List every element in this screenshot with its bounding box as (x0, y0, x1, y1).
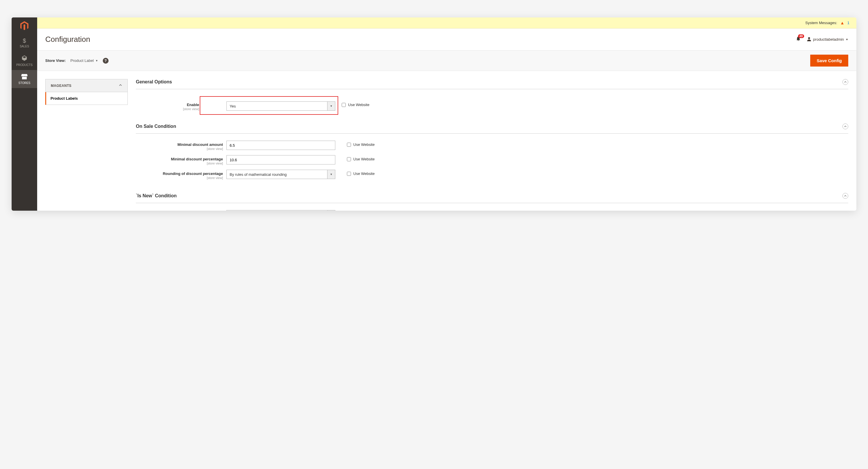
sidebar-item-products[interactable]: PRODUCTS (11, 52, 37, 70)
section-head-general[interactable]: General Options (136, 79, 848, 89)
user-icon (807, 37, 811, 42)
app-frame: $ SALES PRODUCTS STORES System Messages:… (11, 18, 857, 211)
magento-logo[interactable] (11, 18, 37, 34)
toolbar-left: Store View: Product Label ▼ ? (45, 58, 108, 64)
system-messages-label: System Messages: (805, 21, 837, 25)
dropdown-caret-icon: ▼ (327, 170, 335, 179)
section-on-sale-condition: On Sale Condition Minimal discount amoun… (136, 123, 848, 187)
use-website-use-dates[interactable]: Use Website (339, 210, 374, 211)
nav-section-mageants[interactable]: MAGEANTS (45, 79, 128, 92)
content-area: MAGEANTS Product Labels General Options (37, 71, 857, 211)
form-area: General Options Enable [store view] (136, 79, 848, 203)
field-scope: [store view] (136, 176, 223, 180)
collapse-icon (842, 79, 848, 85)
field-label-enable: Enable (187, 102, 199, 107)
use-website-label: Use Website (348, 102, 369, 107)
section-general-options: General Options Enable [store view] (136, 79, 848, 118)
sidebar-item-stores[interactable]: STORES (11, 70, 37, 88)
section-body: Use `New from Date` and `New to Date` [s… (136, 203, 848, 211)
field-scope: [store view] (136, 147, 223, 150)
dropdown-caret-icon: ▼ (327, 101, 335, 111)
select-value: Yes (226, 210, 327, 211)
nav-item-label: Product Labels (51, 96, 78, 100)
use-website-enable[interactable]: Use Website (339, 96, 369, 107)
field-control-enable: Yes ▼ (226, 101, 335, 111)
sidebar-item-label: PRODUCTS (16, 63, 32, 66)
notifications-button[interactable]: 49 (796, 36, 801, 43)
system-messages-count[interactable]: 1 (847, 21, 849, 25)
use-website-checkbox[interactable] (347, 157, 351, 161)
help-icon[interactable]: ? (103, 58, 108, 64)
notification-badge: 49 (798, 34, 804, 38)
use-website-rounding[interactable]: Use Website (339, 170, 374, 176)
user-menu[interactable]: productlabeladmin ▼ (807, 37, 848, 42)
dropdown-caret-icon: ▼ (327, 210, 335, 211)
chevron-up-icon (119, 83, 122, 88)
main-area: System Messages: ▲ 1 Configuration 49 pr… (37, 18, 857, 211)
min-discount-amount-input[interactable] (226, 141, 335, 150)
svg-point-0 (808, 37, 810, 39)
use-dates-select[interactable]: Yes ▼ (226, 210, 335, 211)
use-website-checkbox[interactable] (347, 143, 351, 147)
dollar-icon: $ (23, 38, 26, 43)
magento-logo-icon (20, 21, 28, 30)
store-view-label: Store View: (45, 58, 66, 63)
sidebar-item-sales[interactable]: $ SALES (11, 34, 37, 52)
min-discount-percent-input[interactable] (226, 155, 335, 165)
use-website-label: Use Website (353, 157, 374, 161)
section-is-new-condition: `Is New` Condition Use `New from Date` a… (136, 193, 848, 211)
section-body: Minimal discount amount [store view] Use… (136, 134, 848, 187)
store-view-value: Product Label (70, 58, 94, 63)
store-icon (21, 74, 28, 80)
admin-sidebar: $ SALES PRODUCTS STORES (11, 18, 37, 211)
use-website-min-percent[interactable]: Use Website (339, 155, 374, 161)
field-label: Rounding of discount percentage (163, 171, 223, 176)
user-name: productlabeladmin (813, 37, 844, 41)
highlight-box: Yes ▼ (200, 96, 338, 115)
warning-icon: ▲ (840, 20, 844, 25)
section-title: `Is New` Condition (136, 193, 177, 199)
collapse-icon (842, 123, 848, 129)
enable-select[interactable]: Yes ▼ (226, 101, 335, 111)
nav-section-label: MAGEANTS (51, 84, 71, 88)
sidebar-item-label: STORES (19, 81, 30, 85)
field-scope: [store view] (136, 107, 199, 111)
use-website-label: Use Website (353, 171, 374, 176)
field-row-use-dates: Use `New from Date` and `New to Date` [s… (136, 210, 848, 211)
page-header: Configuration 49 productlabeladmin ▼ (37, 28, 857, 50)
cube-icon (21, 55, 28, 62)
field-scope: [store view] (136, 162, 223, 165)
field-row-min-amount: Minimal discount amount [store view] Use… (136, 141, 848, 150)
section-head-isnew[interactable]: `Is New` Condition (136, 193, 848, 203)
caret-down-icon: ▼ (846, 38, 848, 41)
header-actions: 49 productlabeladmin ▼ (796, 36, 848, 43)
section-body: Enable [store view] Yes ▼ (136, 89, 848, 118)
use-website-checkbox[interactable] (342, 103, 346, 107)
caret-down-icon: ▼ (95, 59, 98, 62)
config-tabs-nav: MAGEANTS Product Labels (45, 79, 128, 203)
save-config-button[interactable]: Save Config (810, 55, 848, 66)
page-title: Configuration (45, 35, 90, 44)
field-label: Minimal discount amount (177, 142, 223, 147)
use-website-min-amount[interactable]: Use Website (339, 141, 374, 147)
select-value: Yes (226, 101, 327, 111)
field-row-min-percent: Minimal discount percentage [store view]… (136, 155, 848, 165)
use-website-checkbox[interactable] (347, 172, 351, 176)
section-title: On Sale Condition (136, 124, 176, 129)
collapse-icon (842, 193, 848, 199)
use-website-label: Use Website (353, 142, 374, 147)
field-row-rounding: Rounding of discount percentage [store v… (136, 170, 848, 180)
toolbar: Store View: Product Label ▼ ? Save Confi… (37, 50, 857, 71)
store-view-select[interactable]: Product Label ▼ (70, 58, 98, 63)
section-head-onsale[interactable]: On Sale Condition (136, 123, 848, 134)
field-label: Minimal discount percentage (171, 157, 223, 161)
section-title: General Options (136, 79, 172, 85)
nav-item-product-labels[interactable]: Product Labels (45, 92, 128, 105)
sidebar-item-label: SALES (20, 45, 29, 48)
system-messages-bar: System Messages: ▲ 1 (37, 18, 857, 28)
rounding-select[interactable]: By rules of mathematical rounding ▼ (226, 170, 335, 179)
select-value: By rules of mathematical rounding (226, 170, 327, 179)
